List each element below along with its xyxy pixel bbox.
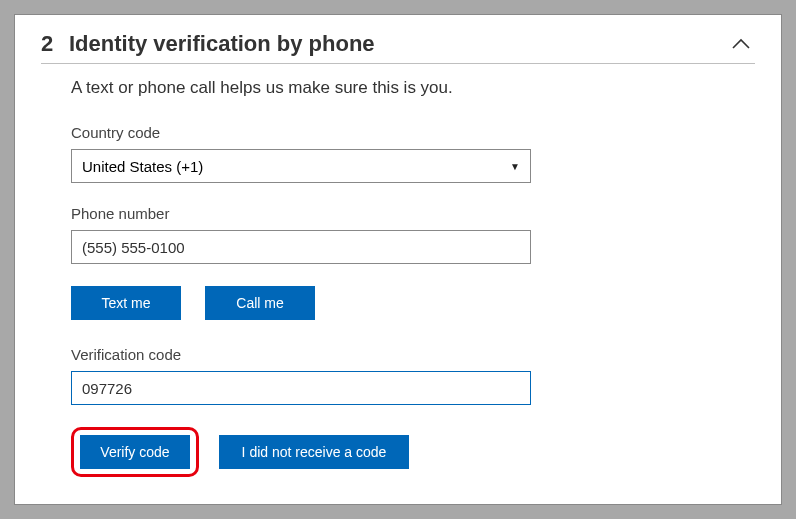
send-actions-row: Text me Call me: [71, 286, 755, 320]
country-code-value: United States (+1): [82, 158, 203, 175]
verification-panel: 2 Identity verification by phone A text …: [14, 14, 782, 505]
verification-code-label: Verification code: [71, 346, 755, 363]
country-code-label: Country code: [71, 124, 755, 141]
resend-code-button[interactable]: I did not receive a code: [219, 435, 409, 469]
step-number: 2: [41, 31, 69, 57]
country-code-select[interactable]: United States (+1) ▼: [71, 149, 531, 183]
section-title: Identity verification by phone: [69, 31, 375, 57]
section-subtitle: A text or phone call helps us make sure …: [71, 78, 755, 98]
phone-number-input[interactable]: [71, 230, 531, 264]
call-me-button[interactable]: Call me: [205, 286, 315, 320]
verify-code-button[interactable]: Verify code: [80, 435, 190, 469]
dropdown-triangle-icon: ▼: [510, 161, 520, 172]
verification-code-input[interactable]: [71, 371, 531, 405]
text-me-button[interactable]: Text me: [71, 286, 181, 320]
section-header[interactable]: 2 Identity verification by phone: [41, 31, 755, 64]
collapse-chevron-icon[interactable]: [731, 37, 751, 51]
section-body: A text or phone call helps us make sure …: [71, 78, 755, 477]
verify-button-highlight: Verify code: [71, 427, 199, 477]
verify-actions-row: Verify code I did not receive a code: [71, 427, 755, 477]
phone-number-label: Phone number: [71, 205, 755, 222]
